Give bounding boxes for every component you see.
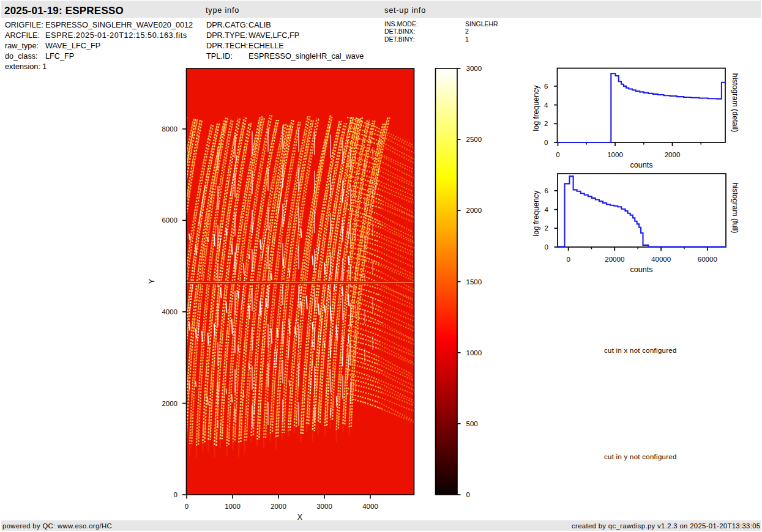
svg-text:4: 4: [545, 206, 549, 213]
svg-text:0: 0: [466, 491, 470, 498]
svg-text:4: 4: [544, 102, 548, 109]
svg-text:4000: 4000: [162, 308, 177, 316]
svg-text:histogram (detail): histogram (detail): [731, 73, 739, 133]
svg-text:counts: counts: [630, 161, 653, 169]
svg-text:6: 6: [545, 187, 548, 194]
svg-text:2000: 2000: [466, 207, 482, 214]
svg-text:1000: 1000: [225, 503, 241, 510]
svg-text:3000: 3000: [466, 65, 482, 72]
svg-text:500: 500: [466, 420, 478, 427]
svg-text:20000: 20000: [605, 256, 624, 263]
svg-text:0: 0: [556, 151, 559, 158]
svg-text:60000: 60000: [698, 256, 717, 263]
svg-text:log frequency: log frequency: [532, 190, 540, 237]
svg-text:0: 0: [174, 491, 177, 498]
svg-text:counts: counts: [630, 265, 653, 274]
svg-text:3000: 3000: [316, 503, 332, 510]
svg-text:1500: 1500: [466, 278, 482, 286]
svg-text:0: 0: [544, 139, 548, 146]
svg-text:0: 0: [185, 503, 189, 510]
svg-text:2500: 2500: [466, 136, 482, 143]
svg-text:log frequency: log frequency: [532, 85, 540, 131]
svg-text:X: X: [297, 513, 303, 522]
svg-text:0: 0: [566, 256, 570, 263]
svg-text:1000: 1000: [607, 151, 623, 158]
svg-text:2000: 2000: [162, 400, 177, 407]
svg-text:6: 6: [544, 83, 548, 90]
svg-text:histogram (full): histogram (full): [731, 183, 739, 234]
svg-text:6000: 6000: [162, 216, 177, 224]
svg-text:1000: 1000: [466, 349, 482, 357]
svg-text:0: 0: [545, 243, 548, 251]
svg-text:4000: 4000: [362, 503, 378, 510]
svg-text:40000: 40000: [651, 256, 671, 263]
svg-text:2: 2: [545, 224, 548, 232]
svg-text:2000: 2000: [665, 151, 681, 158]
svg-text:2: 2: [544, 120, 548, 127]
svg-text:8000: 8000: [162, 125, 177, 133]
svg-text:2000: 2000: [271, 503, 286, 510]
svg-text:Y: Y: [148, 278, 156, 284]
